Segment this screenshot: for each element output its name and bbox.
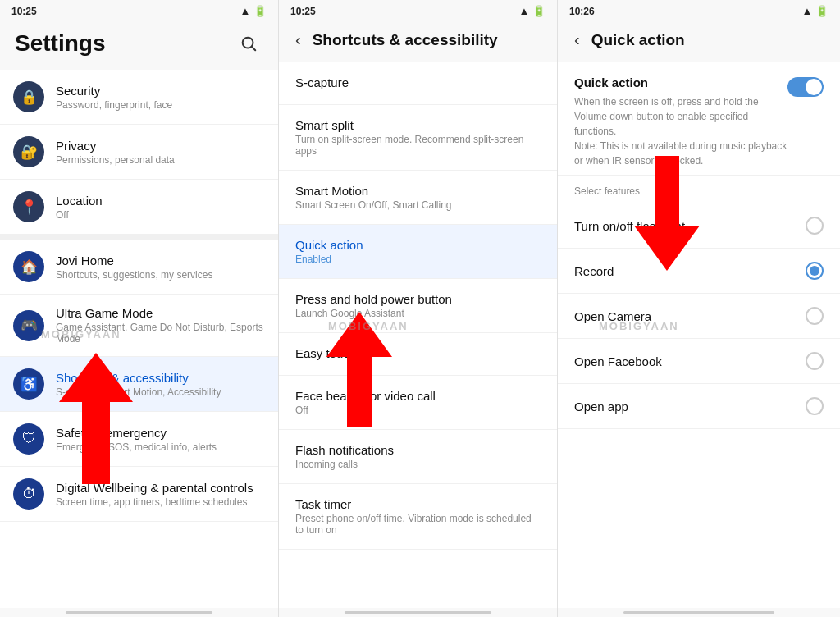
quick-action-title: Quick action xyxy=(295,238,541,252)
settings-item-game[interactable]: 🎮 Ultra Game Mode Game Assistant, Game D… xyxy=(0,295,278,357)
privacy-icon: 🔐 xyxy=(13,136,44,167)
privacy-title: Privacy xyxy=(56,139,265,153)
privacy-subtitle: Permissions, personal data xyxy=(56,154,265,166)
easy-touch-title: Easy touch xyxy=(295,346,541,360)
game-title: Ultra Game Mode xyxy=(56,306,265,320)
open-camera-radio[interactable] xyxy=(806,307,824,325)
scrollbar-1[interactable] xyxy=(66,611,212,614)
time-2: 10:25 xyxy=(290,6,316,17)
search-button[interactable] xyxy=(234,29,263,58)
face-beauty-title: Face beauty for video call xyxy=(295,389,541,403)
feature-flashlight[interactable]: Turn on/off flashlight xyxy=(558,203,840,249)
settings-item-location[interactable]: 📍 Location Off xyxy=(0,180,278,235)
location-subtitle: Off xyxy=(56,209,265,221)
menu-item-face-beauty[interactable]: Face beauty for video call Off xyxy=(279,376,557,430)
back-button-2[interactable]: ‹ xyxy=(290,29,306,51)
scapture-title: S-capture xyxy=(295,75,541,89)
smart-motion-title: Smart Motion xyxy=(295,184,541,198)
menu-item-flash-notif[interactable]: Flash notifications Incoming calls xyxy=(279,430,557,484)
select-features-label: Select features xyxy=(558,176,840,203)
settings-title: Settings xyxy=(15,30,105,57)
quick-action-sub: Enabled xyxy=(295,254,541,265)
status-bar-2: 10:25 ▲ 🔋 xyxy=(279,0,557,19)
security-title: Security xyxy=(56,84,265,98)
feature-open-facebook[interactable]: Open Facebook xyxy=(558,339,840,384)
settings-item-security[interactable]: 🔒 Security Password, fingerprint, face xyxy=(0,70,278,125)
flashlight-label: Turn on/off flashlight xyxy=(574,219,685,233)
quick-action-content: Quick action When the screen is off, pre… xyxy=(558,62,840,608)
safety-subtitle: Emergency SOS, medical info, alerts xyxy=(56,441,265,453)
menu-item-smart-motion[interactable]: Smart Motion Smart Screen On/Off, Smart … xyxy=(279,171,557,225)
jovi-title: Jovi Home xyxy=(56,254,265,267)
safety-title: Safety & emergency xyxy=(56,426,265,440)
status-icons-2: ▲ 🔋 xyxy=(519,5,546,17)
shortcuts-panel-title: Shortcuts & accessibility xyxy=(313,31,498,49)
jovi-subtitle: Shortcuts, suggestions, my services xyxy=(56,269,265,281)
record-label: Record xyxy=(574,264,614,278)
settings-item-safety[interactable]: 🛡 Safety & emergency Emergency SOS, medi… xyxy=(0,412,278,467)
shortcuts-subtitle: S-capture, Smart Motion, Accessibility xyxy=(56,386,265,398)
menu-item-task-timer[interactable]: Task timer Preset phone on/off time. Vib… xyxy=(279,484,557,550)
open-camera-label: Open Camera xyxy=(574,309,651,323)
smart-split-sub: Turn on split-screen mode. Recommend spl… xyxy=(295,134,541,157)
record-radio[interactable] xyxy=(806,262,824,280)
safety-icon: 🛡 xyxy=(13,423,44,455)
quick-action-panel-title: Quick action xyxy=(591,31,685,49)
digital-title: Digital Wellbeing & parental controls xyxy=(56,481,265,495)
flashlight-radio[interactable] xyxy=(806,217,824,235)
open-facebook-label: Open Facebook xyxy=(574,354,662,368)
open-facebook-radio[interactable] xyxy=(806,352,824,370)
menu-item-smart-split[interactable]: Smart split Turn on split-screen mode. R… xyxy=(279,105,557,171)
location-title: Location xyxy=(56,194,265,208)
scrollbar-2[interactable] xyxy=(345,611,491,614)
shortcuts-panel: 10:25 ▲ 🔋 ‹ Shortcuts & accessibility S-… xyxy=(279,0,558,617)
time-3: 10:26 xyxy=(569,6,595,17)
status-bar-3: 10:26 ▲ 🔋 xyxy=(558,0,840,19)
game-icon: 🎮 xyxy=(13,310,44,341)
security-subtitle: Password, fingerprint, face xyxy=(56,99,265,111)
location-icon: 📍 xyxy=(13,191,44,222)
settings-panel: 10:25 ▲ 🔋 Settings 🔒 Security Password, … xyxy=(0,0,279,617)
flash-notif-sub: Incoming calls xyxy=(295,459,541,470)
feature-record[interactable]: Record xyxy=(558,249,840,294)
quick-action-panel: 10:26 ▲ 🔋 ‹ Quick action Quick action Wh… xyxy=(558,0,840,617)
shortcuts-icon: ♿ xyxy=(13,368,44,400)
digital-icon: ⏱ xyxy=(13,478,44,510)
face-beauty-sub: Off xyxy=(295,404,541,416)
status-icons-3: ▲ 🔋 xyxy=(802,5,829,17)
settings-item-jovi[interactable]: 🏠 Jovi Home Shortcuts, suggestions, my s… xyxy=(0,240,278,295)
back-button-3[interactable]: ‹ xyxy=(569,29,585,51)
status-icons-1: ▲ 🔋 xyxy=(240,5,267,17)
shortcuts-menu-list: S-capture Smart split Turn on split-scre… xyxy=(279,62,557,608)
settings-item-privacy[interactable]: 🔐 Privacy Permissions, personal data xyxy=(0,125,278,180)
quick-action-toggle[interactable] xyxy=(788,77,824,97)
smart-split-title: Smart split xyxy=(295,118,541,132)
settings-list: 🔒 Security Password, fingerprint, face 🔐… xyxy=(0,70,278,608)
scrollbar-3[interactable] xyxy=(623,611,774,614)
time-1: 10:25 xyxy=(11,6,37,17)
flash-notif-title: Flash notifications xyxy=(295,443,541,457)
menu-item-scapture[interactable]: S-capture xyxy=(279,62,557,105)
power-button-title: Press and hold power button xyxy=(295,292,541,306)
qa-description: When the screen is off, press and hold t… xyxy=(574,94,788,168)
feature-open-camera[interactable]: Open Camera xyxy=(558,294,840,339)
open-app-label: Open app xyxy=(574,400,628,414)
menu-item-power-button[interactable]: Press and hold power button Launch Googl… xyxy=(279,279,557,333)
game-subtitle: Game Assistant, Game Do Not Disturb, Esp… xyxy=(56,322,265,345)
svg-line-1 xyxy=(252,47,255,50)
menu-item-easy-touch[interactable]: Easy touch xyxy=(279,333,557,376)
task-timer-sub: Preset phone on/off time. Vibration mode… xyxy=(295,513,541,536)
settings-item-digital[interactable]: ⏱ Digital Wellbeing & parental controls … xyxy=(0,467,278,522)
open-app-radio[interactable] xyxy=(806,397,824,415)
smart-motion-sub: Smart Screen On/Off, Smart Calling xyxy=(295,199,541,211)
power-button-sub: Launch Google Assistant xyxy=(295,308,541,319)
settings-item-shortcuts[interactable]: ♿ Shortcuts & accessibility S-capture, S… xyxy=(0,357,278,412)
jovi-icon: 🏠 xyxy=(13,251,44,282)
qa-section-title: Quick action xyxy=(574,75,788,89)
menu-item-quick-action[interactable]: Quick action Enabled xyxy=(279,225,557,279)
security-icon: 🔒 xyxy=(13,81,44,112)
shortcuts-header: ‹ Shortcuts & accessibility xyxy=(279,19,557,62)
quick-action-header: ‹ Quick action xyxy=(558,19,840,62)
feature-open-app[interactable]: Open app xyxy=(558,384,840,429)
settings-header: Settings xyxy=(0,19,278,70)
